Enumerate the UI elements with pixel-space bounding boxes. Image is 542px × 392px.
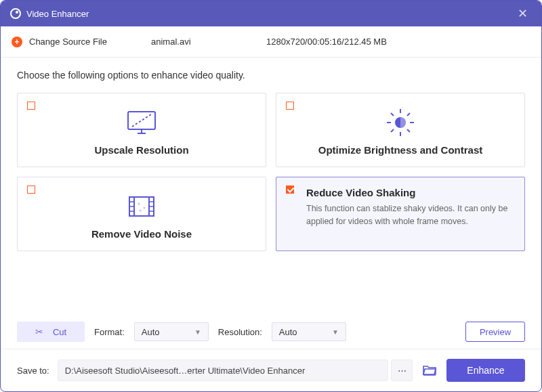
svg-line-1 (132, 114, 151, 127)
svg-rect-0 (128, 112, 155, 129)
film-icon (125, 189, 158, 224)
resolution-value: Auto (279, 327, 297, 337)
card-title-shaking: Reduce Video Shaking (306, 187, 415, 198)
open-folder-button[interactable] (421, 362, 438, 379)
chevron-down-icon: ▼ (194, 328, 201, 336)
card-reduce-shaking[interactable]: Reduce Video Shaking This function can s… (276, 177, 525, 251)
monitor-icon (125, 105, 158, 140)
enhance-button[interactable]: Enhance (446, 359, 525, 382)
card-upscale-resolution[interactable]: Upscale Resolution (17, 93, 266, 167)
checkbox-upscale[interactable] (27, 102, 35, 110)
plus-icon[interactable]: + (12, 37, 22, 47)
window-title: Video Enhancer (26, 9, 514, 19)
ellipsis-icon: ⋯ (398, 366, 406, 376)
source-metadata: 1280x720/00:05:16/212.45 MB (266, 37, 387, 47)
card-title-brightness: Optimize Brightness and Contrast (318, 144, 483, 156)
card-optimize-brightness[interactable]: Optimize Brightness and Contrast (276, 93, 525, 167)
format-select[interactable]: Auto ▼ (134, 322, 209, 341)
format-value: Auto (142, 327, 160, 337)
chevron-down-icon: ▼ (332, 328, 339, 336)
instruction-text: Choose the following options to enhance … (17, 70, 525, 81)
card-title-upscale: Upscale Resolution (94, 144, 188, 156)
card-remove-noise[interactable]: Remove Video Noise (17, 177, 266, 251)
brightness-icon (384, 105, 417, 140)
cut-button[interactable]: ✂ Cut (17, 322, 85, 342)
format-label: Format: (94, 327, 125, 337)
svg-line-12 (407, 113, 410, 116)
controls-row: ✂ Cut Format: Auto ▼ Resolution: Auto ▼ … (1, 312, 541, 349)
checkbox-noise[interactable] (27, 186, 35, 194)
save-to-label: Save to: (17, 366, 49, 376)
main-panel: Choose the following options to enhance … (1, 58, 541, 312)
source-row: + Change Source File animal.avi 1280x720… (1, 26, 541, 58)
content-area: + Change Source File animal.avi 1280x720… (1, 26, 541, 391)
svg-line-11 (391, 129, 394, 132)
svg-point-22 (138, 202, 140, 204)
folder-icon (422, 364, 437, 376)
svg-point-24 (140, 209, 142, 211)
checkbox-shaking[interactable] (286, 186, 294, 194)
change-source-button[interactable]: Change Source File (29, 37, 151, 47)
svg-line-9 (391, 113, 394, 116)
resolution-select[interactable]: Auto ▼ (272, 322, 346, 341)
browse-button[interactable]: ⋯ (391, 360, 413, 381)
app-icon (10, 8, 21, 19)
save-path-field[interactable]: D:\Aiseesoft Studio\Aiseesoft…erter Ulti… (58, 360, 388, 381)
titlebar: Video Enhancer ✕ (1, 1, 541, 26)
card-desc-shaking: This function can stablize shaky videos.… (306, 202, 512, 228)
svg-point-23 (144, 206, 146, 209)
source-filename: animal.avi (151, 37, 266, 47)
svg-line-10 (407, 129, 410, 132)
video-enhancer-window: Video Enhancer ✕ + Change Source File an… (0, 0, 542, 392)
card-title-noise: Remove Video Noise (91, 228, 192, 240)
checkbox-brightness[interactable] (286, 102, 294, 110)
close-icon[interactable]: ✕ (514, 6, 532, 21)
footer: Save to: D:\Aiseesoft Studio\Aiseesoft…e… (1, 349, 541, 391)
cut-label: Cut (53, 327, 66, 337)
preview-button[interactable]: Preview (465, 322, 525, 342)
resolution-label: Resolution: (218, 327, 262, 337)
options-grid: Upscale Resolution (17, 93, 525, 251)
save-path-text: D:\Aiseesoft Studio\Aiseesoft…erter Ulti… (65, 366, 306, 376)
scissors-icon: ✂ (35, 326, 43, 337)
